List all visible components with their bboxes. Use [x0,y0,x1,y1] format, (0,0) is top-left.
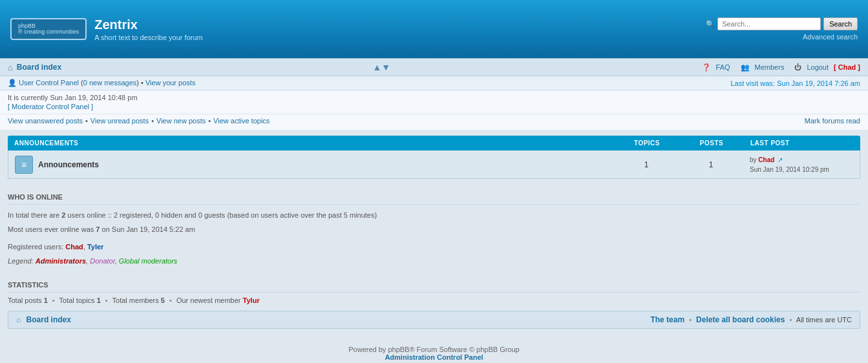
user-tyler-link[interactable]: Tyler [87,243,103,251]
footer-nav-right: The team • Delete all board cookies • Al… [650,315,852,324]
mark-forums-link[interactable]: Mark forums read [805,117,860,125]
user-chad-link[interactable]: Chad [65,243,83,251]
resize-icons[interactable]: ▲▼ [373,62,391,72]
total-members-value: 5 [161,296,165,304]
ucp-icon: 👤 [8,79,17,87]
user-link[interactable]: [ Chad ] [834,63,860,71]
forum-icon-symbol: ≡ [21,160,26,170]
col-topics: TOPICS [615,136,679,150]
breadcrumb-link[interactable]: Board index [17,63,61,72]
navbar-left: ⌂ Board index [8,63,61,72]
footer-home-icon: ⌂ [16,315,21,324]
advanced-search-link[interactable]: Advanced search [803,33,858,41]
topics-cell: 1 [614,156,679,173]
logo-sub: ® creating communities [18,29,79,35]
posts-cell: 1 [679,156,743,173]
userbar-left: 👤 User Control Panel (0 new messages) • … [8,79,195,87]
members-link[interactable]: Members [755,63,785,71]
statistics-section: STATISTICS Total posts 1 • Total topics … [8,275,860,304]
footer-nav: ⌂ Board index The team • Delete all boar… [8,311,860,329]
search-area: 🔍 Search Advanced search [706,17,858,41]
registered-users: Registered users: Chad, Tyler [8,240,860,254]
view-active-link[interactable]: View active topics [213,117,270,125]
userbar-right: Last visit was: Sun Jan 19, 2014 7:26 am [730,79,860,87]
navbar: ⌂ Board index ▲▼ ❓ FAQ 👥 Members ⏻ Logou… [0,58,868,76]
legend-global-mod[interactable]: Global moderators [119,257,178,265]
online-count: 2 [61,211,65,219]
infobar: It is currently Sun Jan 19, 2014 10:48 p… [0,90,868,114]
newest-member-link[interactable]: Tylur [243,296,260,304]
lastpost-user-link[interactable]: Chad [758,156,774,163]
who-online-header: WHO IS ONLINE [8,187,860,205]
forum-name-cell: ≡ Announcements [8,152,614,178]
mod-control-panel-link[interactable]: [ Moderator Control Panel ] [8,103,93,110]
logout-icon: ⏻ [794,63,801,71]
search-input[interactable] [717,17,821,30]
total-posts-value: 1 [44,296,48,304]
logo-area: phpBB ® creating communities Zentrix A s… [10,17,203,41]
col-lastpost: LAST POST [744,136,860,150]
home-icon: ⌂ [8,63,13,72]
infobar-top: It is currently Sun Jan 19, 2014 10:48 p… [8,94,860,101]
legend-admin[interactable]: Administrators [36,257,86,265]
max-count: 7 [96,225,100,233]
view-unanswered-link[interactable]: View unanswered posts [8,117,83,125]
quicklinks-bar: View unanswered posts • View unread post… [0,114,868,130]
search-button[interactable]: Search [823,17,858,30]
col-forum: ANNOUNCEMENTS [8,136,615,150]
statistics-header: STATISTICS [8,275,860,293]
last-post-info: by Chad ↗ Sun Jan 19, 2014 10:29 pm [750,155,853,174]
search-row: 🔍 Search [706,17,858,30]
admin-panel-link[interactable]: Administration Control Panel [385,353,483,361]
new-messages-link[interactable]: 0 new messages [83,79,137,87]
lastpost-by: by [750,156,757,163]
online-total: In total there are 2 users online :: 2 r… [8,209,860,223]
stats-line: Total posts 1 • Total topics 1 • Total m… [8,296,860,304]
view-posts-link[interactable]: View your posts [145,79,195,87]
page-footer: Powered by phpBB® Forum Software © phpBB… [0,340,868,363]
last-visit-text: Last visit was: Sun Jan 19, 2014 7:26 am [730,79,860,87]
footer-board-index-link[interactable]: Board index [26,315,71,324]
ucp-link[interactable]: User Control Panel [19,79,79,87]
legend: Legend: Administrators, Donator, Global … [8,254,860,269]
announcements-section: ANNOUNCEMENTS TOPICS POSTS LAST POST ≡ A… [8,136,860,179]
lastpost-icon[interactable]: ↗ [778,156,783,163]
forum-table-header: ANNOUNCEMENTS TOPICS POSTS LAST POST [8,136,860,150]
col-posts: POSTS [679,136,744,150]
site-title-area: Zentrix A short text to describe your fo… [94,17,203,41]
lastpost-cell: by Chad ↗ Sun Jan 19, 2014 10:29 pm [743,151,860,178]
logout-link[interactable]: Logout [807,63,829,71]
navbar-right: ❓ FAQ 👥 Members ⏻ Logout [ Chad ] [702,63,860,72]
quicklinks-left: View unanswered posts • View unread post… [8,117,270,125]
lastpost-date: Sun Jan 19, 2014 10:29 pm [750,166,829,173]
site-logo: phpBB ® creating communities [10,18,87,40]
legend-donator[interactable]: Donator [90,257,115,265]
delete-cookies-link[interactable]: Delete all board cookies [696,315,785,324]
userbar: 👤 User Control Panel (0 new messages) • … [0,76,868,90]
forum-icon: ≡ [15,156,33,174]
site-title: Zentrix [94,17,203,32]
utc-label: All times are UTC [796,316,852,324]
site-description: A short text to describe your forum [94,34,203,41]
powered-by: Powered by phpBB® Forum Software © phpBB… [5,346,863,353]
table-row: ≡ Announcements 1 1 by Chad ↗ Sun Jan 19… [8,150,860,179]
online-max: Most users ever online was 7 on Sun Jan … [8,223,860,237]
faq-link[interactable]: FAQ [716,63,730,71]
search-icon: 🔍 [706,20,715,28]
view-unread-link[interactable]: View unread posts [90,117,149,125]
current-time: It is currently Sun Jan 19, 2014 10:48 p… [8,94,138,101]
forum-title-link[interactable]: Announcements [38,160,99,169]
footer-nav-left: ⌂ Board index [16,315,71,324]
site-header: phpBB ® creating communities Zentrix A s… [0,0,868,58]
main-content: ANNOUNCEMENTS TOPICS POSTS LAST POST ≡ A… [0,130,868,340]
who-online-section: WHO IS ONLINE In total there are 2 users… [8,187,860,268]
total-topics-value: 1 [97,296,101,304]
faq-icon: ❓ [702,63,711,72]
mod-panel-link[interactable]: [ Moderator Control Panel ] [8,103,860,110]
members-icon: 👥 [741,63,750,72]
team-link[interactable]: The team [650,315,684,324]
view-new-link[interactable]: View new posts [156,117,206,125]
